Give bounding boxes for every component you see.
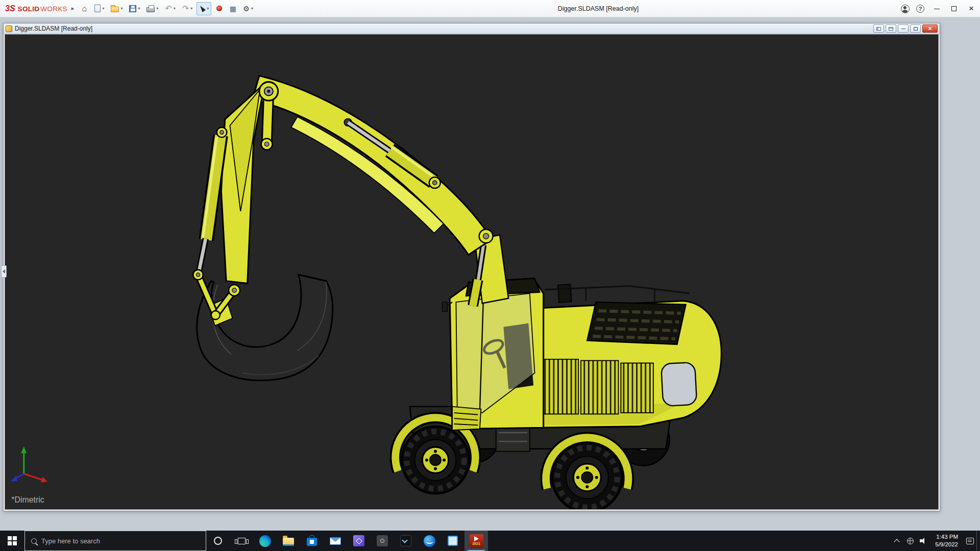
doc-minimize-button[interactable] [898, 24, 909, 33]
engine-grille [587, 302, 685, 344]
chevron-down-icon[interactable]: ▾ [120, 6, 122, 11]
home-button[interactable]: ⌂ [78, 2, 90, 15]
new-document-button[interactable]: ▾ [92, 2, 107, 15]
network-button[interactable] [903, 531, 917, 551]
solidworks-2021-button[interactable]: 2021 [464, 531, 488, 551]
dassault-mark-icon: 3S [5, 4, 15, 13]
help-button[interactable]: ? [913, 1, 928, 17]
chevron-up-icon [894, 539, 900, 544]
app-window-button[interactable] [441, 531, 464, 551]
restore-icon [914, 27, 918, 31]
mail-icon [330, 537, 341, 545]
select-tool-button[interactable]: ▾ [197, 2, 211, 15]
graphics-viewport[interactable]: *Dimetric [5, 34, 939, 510]
collapsed-panel-arrow[interactable] [1, 265, 7, 278]
minimize-icon [901, 29, 905, 29]
document-titlebar[interactable]: Digger.SLDASM [Read-only] × [4, 23, 940, 34]
doc-close-button[interactable]: × [922, 24, 938, 33]
doc-split-horizontal-button[interactable] [886, 24, 896, 33]
document-window-controls: × [872, 24, 938, 33]
cortana-icon [214, 537, 222, 545]
taskbar: 2021 1:43 PM 5/9/2022 [0, 531, 980, 551]
task-view-icon [238, 538, 246, 544]
chevron-down-icon[interactable]: ▾ [156, 6, 158, 11]
cortana-button[interactable] [206, 531, 230, 551]
terminal-icon [400, 535, 411, 546]
start-button[interactable] [0, 531, 24, 551]
chevron-down-icon[interactable]: ▾ [102, 6, 104, 11]
edge-button[interactable] [253, 531, 277, 551]
excavator-boom-arm[interactable] [253, 76, 509, 306]
print-icon [146, 7, 155, 12]
snipping-tool-button[interactable] [371, 531, 394, 551]
doc-restore-button[interactable] [910, 24, 921, 33]
excavator-3d-model[interactable]: *Dimetric [5, 35, 938, 509]
maximize-icon [951, 6, 957, 11]
print-button[interactable]: ▾ [144, 2, 161, 15]
redo-icon: ↷ [182, 5, 189, 13]
edge-icon [259, 535, 271, 547]
open-folder-icon [111, 7, 119, 12]
doc-split-view-button[interactable] [873, 24, 884, 33]
3d-viewer-button[interactable] [347, 531, 371, 551]
open-button[interactable]: ▾ [108, 2, 125, 15]
file-properties-button[interactable]: ▦ [227, 2, 239, 15]
network-icon [907, 538, 914, 544]
undo-button[interactable]: ↶ ▾ [162, 2, 178, 15]
xpress-products-button[interactable] [213, 2, 225, 15]
terminal-button[interactable] [394, 531, 418, 551]
app-minimize-button[interactable] [928, 1, 945, 17]
3dexperience-button[interactable] [418, 531, 441, 551]
mail-button[interactable] [324, 531, 347, 551]
user-icon [901, 5, 910, 13]
titlebar-right-controls: ? × [897, 0, 980, 17]
excavator-stick-arm[interactable] [198, 82, 278, 284]
taskbar-search[interactable] [24, 531, 206, 551]
brand-solid-text: SOLID [18, 5, 40, 13]
select-cursor-icon [199, 5, 206, 12]
chevron-down-icon[interactable]: ▾ [138, 6, 140, 11]
app-titlebar: 3S SOLID WORKS ▸ ⌂ ▾ ▾ ▾ ▾ [0, 0, 980, 17]
gear-icon: ⚙ [243, 5, 250, 12]
chevron-down-icon[interactable]: ▾ [251, 6, 253, 11]
red-sphere-icon [216, 6, 222, 11]
excavator-bucket[interactable] [193, 270, 332, 381]
excavator-body[interactable] [536, 284, 721, 428]
redo-button[interactable]: ↷ ▾ [180, 2, 195, 15]
document-window: Digger.SLDASM [Read-only] × [3, 23, 940, 511]
tray-expand-button[interactable] [890, 531, 903, 551]
app-title: Digger.SLDASM [Read-only] [558, 0, 639, 17]
account-button[interactable] [897, 1, 913, 17]
file-explorer-icon [283, 538, 294, 545]
show-desktop-button[interactable] [976, 531, 980, 551]
task-view-button[interactable] [230, 531, 253, 551]
store-button[interactable] [300, 531, 324, 551]
assembly-document-icon [6, 26, 12, 32]
windows-logo-icon [8, 536, 17, 545]
search-icon [31, 538, 37, 544]
undo-icon: ↶ [165, 5, 172, 13]
file-explorer-button[interactable] [277, 531, 300, 551]
brand-works-text: WORKS [40, 5, 67, 13]
action-center-button[interactable] [963, 531, 976, 551]
taskbar-search-input[interactable] [41, 537, 184, 545]
snipping-tool-icon [377, 535, 388, 546]
document-title: Digger.SLDASM [Read-only] [15, 25, 92, 32]
chevron-down-icon[interactable]: ▾ [207, 6, 209, 11]
options-button[interactable]: ⚙ ▾ [240, 2, 256, 15]
app-window-icon [448, 536, 458, 546]
save-button[interactable]: ▾ [127, 2, 142, 15]
taskbar-clock[interactable]: 1:43 PM 5/9/2022 [935, 533, 958, 548]
clock-time: 1:43 PM [935, 533, 958, 541]
chevron-down-icon[interactable]: ▾ [190, 6, 192, 11]
3dexperience-icon [424, 535, 435, 547]
orientation-triad [11, 446, 47, 483]
split-vertical-icon [876, 27, 881, 31]
chevron-down-icon[interactable]: ▾ [174, 6, 176, 11]
app-maximize-button[interactable] [945, 1, 963, 17]
volume-button[interactable] [917, 531, 930, 551]
app-close-button[interactable]: × [963, 1, 980, 17]
new-document-icon [94, 5, 101, 12]
home-icon: ⌂ [82, 5, 87, 13]
toolbar-expander-icon[interactable]: ▸ [71, 5, 75, 12]
